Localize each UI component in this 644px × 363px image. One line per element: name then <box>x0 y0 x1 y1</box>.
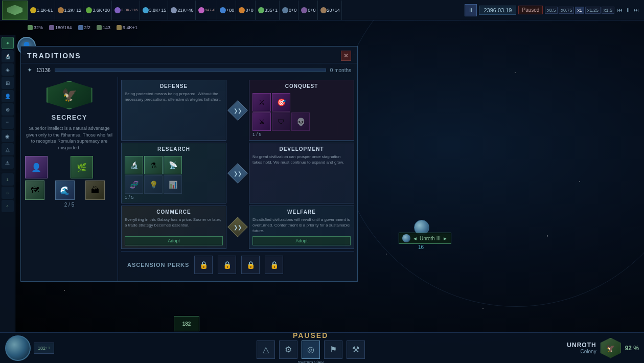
research-img-2[interactable]: ⚗ <box>144 156 163 174</box>
action-move-up[interactable]: △ <box>257 341 275 359</box>
sidebar-item-situations[interactable]: ⚠ <box>2 156 14 169</box>
playback-controls: ⏮ ⏸ ⏭ <box>616 7 640 13</box>
resource-energy[interactable]: 3.8K+15 <box>141 1 169 20</box>
panel-title: TRADITIONS <box>27 52 81 60</box>
trait-item-1[interactable]: 👤 <box>25 156 48 178</box>
resource-influence[interactable]: 0+0 <box>237 1 255 20</box>
trait-item-4[interactable]: 🌊 <box>55 180 75 200</box>
play-pause[interactable]: ⏸ <box>625 7 632 13</box>
bottom-actions: △ ⚙ ◎ ⚑ ⚒ <box>257 341 365 359</box>
conquest-img-3[interactable]: ⚔ <box>252 112 271 131</box>
population-indicator[interactable]: 182 <box>174 316 199 331</box>
sidebar-item-traditions[interactable]: ✦ <box>2 37 14 49</box>
research-img-4[interactable]: 🧬 <box>125 175 143 194</box>
stability-value: 32% <box>34 25 43 30</box>
resource-r2[interactable]: 0+0 <box>300 1 317 20</box>
arrow-icon-3: ❯❯ <box>234 224 242 230</box>
sidebar-item-policies[interactable]: ≡ <box>2 117 14 129</box>
action-system-view[interactable]: ◎ <box>302 341 320 359</box>
resource-r1[interactable]: 0+0 <box>281 1 298 20</box>
research-img-1[interactable]: 🔬 <box>125 156 143 174</box>
close-button[interactable]: ✕ <box>341 51 351 61</box>
ascension-perk-2[interactable]: 🔒 <box>218 256 236 274</box>
faction-name: UNROTH <box>567 342 596 349</box>
resource-food[interactable]: 3.6K+20 <box>84 1 112 20</box>
ascension-perk-1[interactable]: 🔒 <box>194 256 213 274</box>
sidebar-divider <box>0 171 15 171</box>
r2-icon <box>301 7 307 13</box>
commerce-adopt-button[interactable]: Adopt <box>125 236 223 245</box>
resource-unity[interactable]: 947-0 <box>197 1 217 20</box>
fleet-value: 2/2 <box>84 25 91 30</box>
conquest-images-row2: ⚔ 🛡 💀 <box>252 112 351 131</box>
faction-emblem-bottom[interactable]: 🦅 <box>601 338 621 358</box>
planet-thumbnail[interactable] <box>5 335 31 361</box>
ascension-perk-4[interactable]: 🔒 <box>265 256 283 274</box>
pop-value: 2.0K-116 <box>121 8 137 12</box>
trait-item-3[interactable]: 🗺 <box>25 180 44 200</box>
speed-0-5[interactable]: x0.5 <box>545 7 558 14</box>
sidebar-item-empire[interactable]: ◈ <box>2 63 14 76</box>
sidebar-item-ethics[interactable]: ⊗ <box>2 103 14 116</box>
sidebar-item-sectors[interactable]: ⊞ <box>2 77 14 89</box>
speed-1[interactable]: x1 <box>575 7 584 14</box>
resource-r3[interactable]: 20+14 <box>319 1 342 20</box>
bottom-left: 182 +1 <box>5 335 54 361</box>
fleet-item: 2/2 <box>76 25 93 30</box>
sidebar-item-tech[interactable]: 🔬 <box>2 50 14 62</box>
pop-count-display: 182 <box>174 316 199 331</box>
research-img-5[interactable]: 💡 <box>144 175 163 194</box>
card-development[interactable]: DEVELOPMENT No great civilization can pr… <box>249 143 354 203</box>
card-defense[interactable]: DEFENSE Being protected means being prep… <box>121 80 226 141</box>
action-gear[interactable]: ⚙ <box>279 341 297 359</box>
card-welfare[interactable]: WELFARE Disatisfied civilizations will r… <box>249 206 354 249</box>
panel-header: TRADITIONS ✕ <box>21 47 357 63</box>
research-progress: 1 / 5 <box>125 195 223 200</box>
planet-arrow-right[interactable]: ► <box>443 236 448 241</box>
speed-0-75[interactable]: x0.75 <box>559 7 574 14</box>
pause-button[interactable]: ⏸ <box>465 4 477 16</box>
research-img-3[interactable]: 📡 <box>164 156 182 174</box>
r1-icon <box>282 7 288 13</box>
resource-alloys[interactable]: 21K+40 <box>169 1 195 20</box>
conquest-img-5[interactable]: 💀 <box>291 112 310 131</box>
ascension-perk-3[interactable]: 🔒 <box>241 256 260 274</box>
sidebar-item-4[interactable]: 4 <box>2 200 14 212</box>
resource-credits[interactable]: 1.1K-61 <box>29 1 55 20</box>
paused-status: Paused <box>522 7 539 13</box>
resource-science[interactable]: +80 <box>218 1 236 20</box>
action-tools[interactable]: ⚒ <box>347 341 365 359</box>
trait-item-2[interactable]: 🌿 <box>71 156 93 178</box>
action-flag[interactable]: ⚑ <box>324 341 342 359</box>
planet-label[interactable]: ◄ Unroth III ► <box>399 233 451 244</box>
resource-consumer[interactable]: 335+1 <box>257 1 280 20</box>
pop-display[interactable]: 182 +1 <box>34 343 54 354</box>
sidebar-item-1[interactable]: 1 <box>2 173 14 186</box>
prev-frame[interactable]: ⏮ <box>616 7 624 13</box>
conquest-img-2[interactable]: 🎯 <box>272 93 290 111</box>
card-research[interactable]: RESEARCH 🔬 ⚗ 📡 🧬 💡 📊 1 / 5 <box>121 143 226 203</box>
secrecy-emblem: 🦅 <box>47 81 93 109</box>
sidebar-item-ships[interactable]: △ <box>2 143 14 155</box>
planet-arrow-left[interactable]: ◄ <box>412 236 418 241</box>
welfare-adopt-button[interactable]: Adopt <box>252 236 351 245</box>
card-commerce[interactable]: COMMERCE Everything in this Galaxy has a… <box>121 206 226 249</box>
sidebar-item-contacts[interactable]: ◉ <box>2 130 14 142</box>
sidebar-item-species[interactable]: 👤 <box>2 90 14 102</box>
trait-item-5[interactable]: 🏔 <box>85 180 105 200</box>
conquest-img-4[interactable]: 🛡 <box>272 112 290 131</box>
resource-pop[interactable]: 2.0K-116 <box>113 1 140 20</box>
resource-minerals[interactable]: 1.2K+12 <box>56 1 84 20</box>
speed-1-5[interactable]: x1.5 <box>602 7 614 14</box>
research-title: RESEARCH <box>125 146 223 152</box>
ascension-perks-row: ASCENSION PERKS 🔒 🔒 🔒 🔒 <box>121 251 354 278</box>
next-frame[interactable]: ⏭ <box>633 7 640 13</box>
card-conquest[interactable]: CONQUEST ⚔ 🎯 ⚔ 🛡 💀 1 / 5 <box>249 80 354 141</box>
speed-1-25[interactable]: x1.25 <box>585 7 601 14</box>
trait-grid-row2: 🗺 🌊 🏔 <box>25 180 113 200</box>
science-icon <box>220 7 226 13</box>
defense-title: DEFENSE <box>125 83 223 89</box>
conquest-img-1[interactable]: ⚔ <box>252 93 271 111</box>
sidebar-item-3[interactable]: 3 <box>2 187 14 199</box>
research-img-6[interactable]: 📊 <box>164 175 182 194</box>
